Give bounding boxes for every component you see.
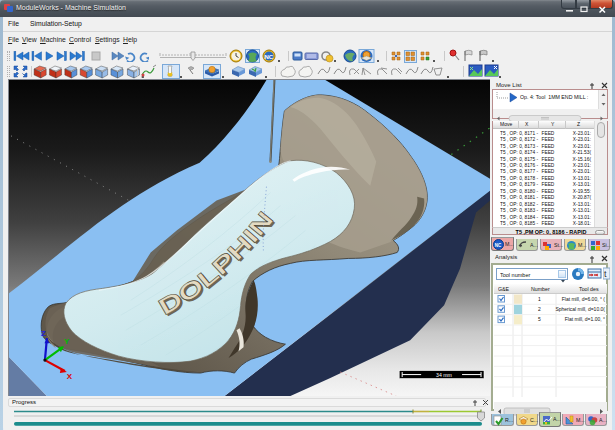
svg-text:Y: Y <box>64 337 70 346</box>
svg-text:Z: Z <box>41 329 46 338</box>
svg-text:1: 1 <box>538 296 541 302</box>
svg-text:34 mm: 34 mm <box>436 372 452 378</box>
svg-text:Flat mill, d=1.00, °: Flat mill, d=1.00, ° <box>565 316 605 322</box>
svg-text:Flat mill, d=6.00, ° (: Flat mill, d=6.00, ° ( <box>562 296 606 302</box>
svg-text:5: 5 <box>538 316 541 322</box>
svg-text:NC: NC <box>495 243 502 248</box>
svg-text:2: 2 <box>538 306 541 312</box>
svg-text:X: X <box>67 372 73 381</box>
svg-text:NC: NC <box>265 54 274 60</box>
svg-text:Spherical mill, d=10.0(: Spherical mill, d=10.0( <box>555 306 605 312</box>
